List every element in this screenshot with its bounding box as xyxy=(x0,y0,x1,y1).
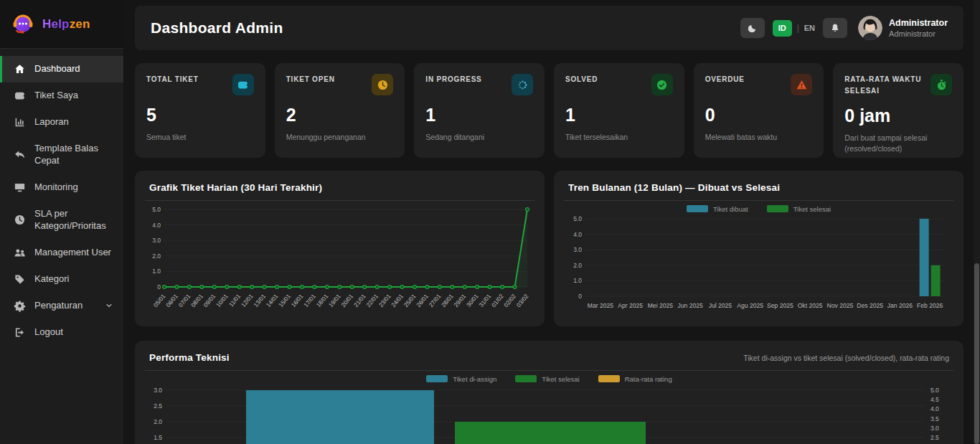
teknisi-chart-legend: Tiket di-assignTiket selesaiRata-rata ra… xyxy=(145,374,953,384)
sidebar-item-label: Management User xyxy=(34,247,113,259)
svg-text:18/01: 18/01 xyxy=(315,293,329,308)
svg-text:2.0: 2.0 xyxy=(152,252,161,260)
svg-text:Jun 2025: Jun 2025 xyxy=(677,302,703,309)
svg-text:25/01: 25/01 xyxy=(402,293,417,308)
stat-card-solved: SOLVED1Tiket terselesaikan xyxy=(554,63,684,158)
svg-text:16/01: 16/01 xyxy=(290,293,304,308)
sidebar-item-label: Template Balas Cepat xyxy=(34,143,113,167)
svg-text:0: 0 xyxy=(157,283,161,291)
svg-text:3.0: 3.0 xyxy=(930,425,939,432)
divider xyxy=(564,200,953,201)
legend-item-tiket-dibuat[interactable]: Tiket dibuat xyxy=(687,205,748,213)
stat-label: RATA-RATA WAKTU SELESAI xyxy=(844,74,926,96)
legend-item-tiket-selesai[interactable]: Tiket selesai xyxy=(515,375,579,383)
teknisi-bar-chart: 3.02.52.01.51.00.505.04.54.03.53.02.52.0… xyxy=(145,384,954,444)
ticket-icon xyxy=(14,90,26,102)
clock-icon xyxy=(372,74,393,95)
svg-text:2.5: 2.5 xyxy=(154,402,162,410)
svg-text:Feb 2026: Feb 2026 xyxy=(917,302,943,309)
legend-swatch xyxy=(687,205,708,212)
sidebar-item-laporan[interactable]: Laporan xyxy=(0,109,123,136)
theme-toggle-button[interactable] xyxy=(740,18,765,38)
language-switcher: ID | EN xyxy=(773,20,815,37)
svg-text:Jan 2026: Jan 2026 xyxy=(887,302,913,309)
charts-row: Grafik Tiket Harian (30 Hari Terakhir) 5… xyxy=(135,171,963,326)
avatar xyxy=(858,16,882,40)
scrollbar-thumb[interactable] xyxy=(974,263,979,444)
ticket-icon xyxy=(232,74,254,95)
legend-item-rata-rata-rating[interactable]: Rata-rata rating xyxy=(598,375,672,383)
svg-text:Nov 2025: Nov 2025 xyxy=(826,302,853,309)
svg-text:11/01: 11/01 xyxy=(228,293,242,308)
sidebar-item-label: Kategori xyxy=(34,273,113,285)
sidebar-item-monitoring[interactable]: Monitoring xyxy=(0,174,123,201)
stat-value: 0 jam xyxy=(844,105,952,126)
stat-label: OVERDUE xyxy=(705,74,745,85)
svg-text:23/01: 23/01 xyxy=(378,293,392,308)
svg-text:21/01: 21/01 xyxy=(353,293,367,308)
users-icon xyxy=(14,247,26,259)
svg-text:26/01: 26/01 xyxy=(415,293,430,308)
legend-label: Tiket selesai xyxy=(542,375,579,383)
svg-text:4.0: 4.0 xyxy=(152,222,161,229)
divider xyxy=(145,370,953,371)
svg-text:Okt 2025: Okt 2025 xyxy=(798,302,823,309)
stopwatch-icon xyxy=(930,74,952,95)
legend-swatch xyxy=(426,375,448,382)
teknisi-chart-title: Performa Teknisi xyxy=(149,352,230,363)
scrollbar-track[interactable] xyxy=(974,0,980,444)
stat-value: 1 xyxy=(425,105,533,126)
svg-text:Agu 2025: Agu 2025 xyxy=(737,302,763,309)
svg-text:5.0: 5.0 xyxy=(573,215,582,222)
chart-icon xyxy=(14,116,26,128)
sidebar-item-tiket-saya[interactable]: Tiket Saya xyxy=(0,82,123,109)
brand-name: Helpzen xyxy=(42,17,90,32)
language-id-button[interactable]: ID xyxy=(773,20,792,37)
svg-text:1.0: 1.0 xyxy=(152,268,161,275)
headset-chat-icon xyxy=(9,10,37,39)
sidebar-item-management-user[interactable]: Management User xyxy=(0,240,123,266)
stat-label: TIKET OPEN xyxy=(286,74,335,85)
sidebar-item-label: Monitoring xyxy=(34,181,113,194)
legend-label: Tiket selesai xyxy=(793,205,831,213)
legend-item-tiket-selesai[interactable]: Tiket selesai xyxy=(767,205,831,213)
sidebar-item-label: Logout xyxy=(34,326,113,339)
stat-caption: Melewati batas waktu xyxy=(705,132,813,143)
svg-text:Des 2025: Des 2025 xyxy=(857,302,883,309)
sidebar-item-label: SLA per Kategori/Prioritas xyxy=(34,208,113,232)
logo-area[interactable]: Helpzen xyxy=(0,0,123,49)
language-en-button[interactable]: EN xyxy=(804,24,815,32)
sidebar-item-dashboard[interactable]: Dashboard xyxy=(0,56,123,82)
svg-text:13/01: 13/01 xyxy=(253,293,267,308)
sidebar-item-pengaturan[interactable]: Pengaturan xyxy=(0,293,123,319)
legend-item-tiket-di-assign[interactable]: Tiket di-assign xyxy=(426,375,496,383)
svg-text:Sep 2025: Sep 2025 xyxy=(767,302,793,309)
sidebar-item-template-balas-cepat[interactable]: Template Balas Cepat xyxy=(0,136,123,174)
svg-text:17/01: 17/01 xyxy=(303,293,317,308)
svg-text:4.0: 4.0 xyxy=(930,405,939,412)
sidebar-item-sla-per-kategori-prioritas[interactable]: SLA per Kategori/Prioritas xyxy=(0,201,123,240)
sidebar-item-kategori[interactable]: Kategori xyxy=(0,266,123,293)
svg-text:06/01: 06/01 xyxy=(165,293,179,308)
logout-icon xyxy=(14,326,26,339)
tag-icon xyxy=(14,273,26,285)
sidebar-item-logout[interactable]: Logout xyxy=(0,319,123,346)
stat-label: TOTAL TIKET xyxy=(146,74,199,85)
legend-swatch xyxy=(598,375,620,382)
svg-text:19/01: 19/01 xyxy=(328,293,342,308)
stat-label: IN PROGRESS xyxy=(425,74,481,85)
notifications-button[interactable] xyxy=(823,18,847,38)
legend-swatch xyxy=(767,205,788,212)
svg-text:12/01: 12/01 xyxy=(240,293,255,308)
sidebar-item-label: Laporan xyxy=(34,116,113,128)
user-menu[interactable]: Administrator Administrator xyxy=(858,16,948,40)
header-controls: ID | EN Administrator Administrator xyxy=(740,16,948,40)
svg-text:07/01: 07/01 xyxy=(177,293,192,308)
svg-text:29/01: 29/01 xyxy=(453,293,467,308)
svg-text:14/01: 14/01 xyxy=(265,293,279,308)
daily-line-chart: 5.04.03.02.01.0005/0106/0107/0108/0109/0… xyxy=(145,204,532,324)
svg-text:10/01: 10/01 xyxy=(215,293,230,308)
svg-text:15/01: 15/01 xyxy=(278,293,292,308)
svg-text:05/01: 05/01 xyxy=(152,293,166,308)
page-title: Dashboard Admin xyxy=(151,19,283,37)
